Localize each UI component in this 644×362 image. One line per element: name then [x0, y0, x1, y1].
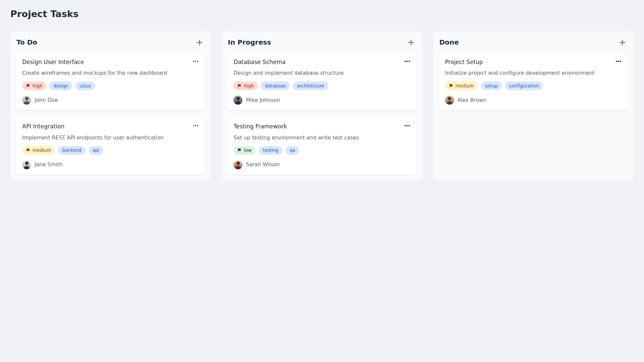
plus-icon: +	[196, 37, 204, 47]
assignee-row: John Doe	[22, 96, 199, 105]
priority-badge: low	[233, 146, 256, 155]
column-header: In Progress +	[228, 38, 416, 47]
column-title: To Do	[16, 38, 37, 46]
project-tasks-page: Project Tasks To Do + Design User Interf…	[0, 0, 644, 362]
priority-badge: high	[22, 81, 46, 90]
avatar	[233, 160, 243, 169]
card-title: API Integration	[22, 123, 64, 130]
ellipsis-icon	[616, 61, 621, 62]
tag-badge: architecture	[293, 81, 328, 90]
priority-label: low	[244, 148, 252, 153]
add-card-button[interactable]: +	[406, 38, 416, 47]
tag-badge: configuration	[505, 81, 543, 90]
add-card-button[interactable]: +	[617, 38, 628, 47]
tag-list: high database architecture	[233, 81, 410, 90]
tag-badge: setup	[481, 81, 502, 90]
flag-icon	[26, 84, 31, 88]
assignee-name: Mike Johnson	[246, 97, 280, 103]
tag-list: low testing qa	[233, 146, 410, 155]
priority-label: medium	[33, 148, 51, 153]
avatar	[22, 160, 31, 169]
card-menu-button[interactable]	[615, 59, 622, 64]
card-header-row: Design User Interface	[22, 59, 199, 66]
flag-icon	[237, 84, 242, 88]
tag-badge: database	[261, 81, 290, 90]
tag-list: medium backend api	[22, 146, 199, 155]
card-description: Initialize project and configure develop…	[445, 70, 622, 76]
card-list: Database Schema Design and implement dat…	[227, 53, 417, 175]
tag-badge: ui/ux	[75, 81, 95, 90]
plus-icon: +	[407, 37, 415, 47]
flag-icon	[237, 148, 242, 153]
card-header-row: API Integration	[22, 123, 199, 130]
board-column-in-progress: In Progress + Database Schema Design and…	[222, 32, 422, 180]
page-title: Project Tasks	[10, 9, 634, 19]
board-column-done: Done + Project Setup Initialize project …	[433, 32, 634, 180]
ellipsis-icon	[405, 125, 410, 126]
avatar	[22, 96, 31, 105]
card-list: Project Setup Initialize project and con…	[439, 53, 628, 110]
assignee-name: Alex Brown	[458, 97, 487, 103]
assignee-name: Sarah Wilson	[246, 162, 280, 168]
assignee-row: Alex Brown	[445, 96, 622, 105]
tag-badge: design	[49, 81, 72, 90]
card-description: Create wireframes and mockups for the ne…	[22, 70, 199, 76]
assignee-row: Sarah Wilson	[233, 160, 410, 169]
card-title: Design User Interface	[22, 59, 84, 66]
task-card[interactable]: Database Schema Design and implement dat…	[227, 53, 417, 110]
priority-label: high	[33, 84, 42, 88]
card-description: Design and implement database structure	[233, 70, 410, 76]
assignee-name: John Doe	[35, 97, 58, 103]
card-header-row: Testing Framework	[233, 123, 410, 130]
avatar	[233, 96, 243, 105]
plus-icon: +	[619, 37, 626, 47]
card-description: Set up testing environment and write tes…	[233, 134, 410, 141]
card-menu-button[interactable]	[404, 123, 411, 128]
ellipsis-icon	[193, 125, 199, 126]
task-card[interactable]: API Integration Implement REST API endpo…	[16, 117, 205, 175]
flag-icon	[449, 84, 453, 88]
ellipsis-icon	[405, 61, 410, 62]
column-title: In Progress	[228, 38, 271, 46]
column-header: Done +	[439, 38, 628, 47]
task-card[interactable]: Testing Framework Set up testing environ…	[227, 117, 417, 175]
priority-label: high	[244, 84, 254, 88]
priority-label: medium	[455, 84, 474, 88]
assignee-row: Mike Johnson	[233, 96, 410, 105]
card-list: Design User Interface Create wireframes …	[16, 53, 205, 175]
card-menu-button[interactable]	[193, 59, 199, 64]
tag-badge: api	[89, 146, 104, 155]
card-menu-button[interactable]	[404, 59, 411, 64]
card-title: Testing Framework	[233, 123, 287, 130]
card-description: Implement REST API endpoints for user au…	[22, 134, 199, 141]
card-header-row: Database Schema	[233, 59, 410, 66]
card-title: Project Setup	[445, 59, 483, 66]
board-column-todo: To Do + Design User Interface Create wir…	[10, 32, 211, 180]
priority-badge: high	[233, 81, 258, 90]
priority-badge: medium	[22, 146, 55, 155]
task-card[interactable]: Design User Interface Create wireframes …	[16, 53, 205, 110]
task-card[interactable]: Project Setup Initialize project and con…	[439, 53, 628, 110]
card-header-row: Project Setup	[445, 59, 622, 66]
assignee-name: Jane Smith	[35, 162, 63, 168]
card-menu-button[interactable]	[193, 123, 199, 128]
kanban-board: To Do + Design User Interface Create wir…	[10, 32, 634, 180]
avatar	[445, 96, 454, 105]
priority-badge: medium	[445, 81, 478, 90]
flag-icon	[26, 148, 31, 153]
tag-badge: qa	[285, 146, 299, 155]
add-card-button[interactable]: +	[195, 38, 205, 47]
card-title: Database Schema	[233, 59, 285, 66]
column-header: To Do +	[16, 38, 205, 47]
tag-badge: backend	[58, 146, 85, 155]
column-title: Done	[439, 38, 459, 46]
tag-list: high design ui/ux	[22, 81, 199, 90]
tag-list: medium setup configuration	[445, 81, 622, 90]
ellipsis-icon	[193, 61, 199, 62]
tag-badge: testing	[259, 146, 282, 155]
assignee-row: Jane Smith	[22, 160, 199, 169]
